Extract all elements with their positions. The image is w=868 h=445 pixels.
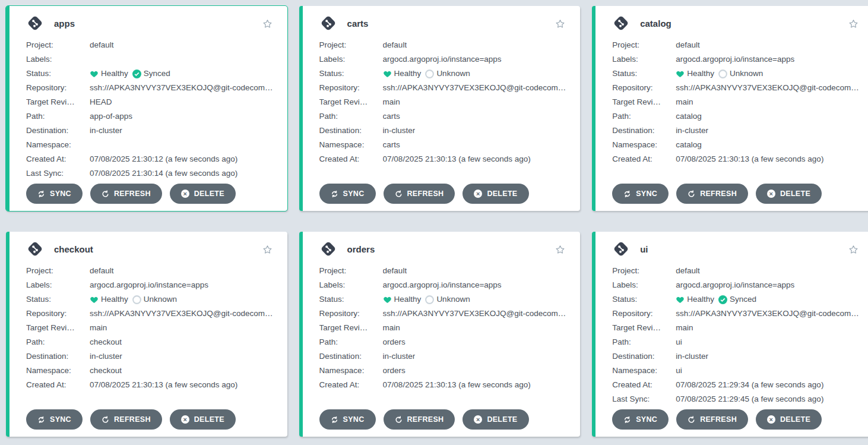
field-label: Project: <box>612 38 676 52</box>
field-value-created_at: 07/08/2025 21:30:12 (a few seconds ago) <box>90 152 237 166</box>
refresh-icon <box>102 416 109 424</box>
refresh-button[interactable]: REFRESH <box>384 409 455 430</box>
field-row-destination: Destination:in-cluster <box>319 124 566 138</box>
field-value-created_at: 07/08/2025 21:29:34 (a few seconds ago) <box>676 378 823 392</box>
favorite-star-icon[interactable] <box>555 17 566 30</box>
synced-check-icon <box>718 295 727 304</box>
field-label: Labels: <box>26 52 90 67</box>
refresh-button[interactable]: REFRESH <box>90 409 162 430</box>
field-value-project: default <box>90 264 114 278</box>
field-label: Namespace: <box>319 364 383 378</box>
field-label: Labels: <box>319 278 383 292</box>
field-value-path: carts <box>383 109 400 124</box>
field-label: Repository: <box>319 81 383 95</box>
field-label: Target Revi… <box>612 95 676 109</box>
delete-button-label: DELETE <box>487 415 517 424</box>
field-label: Last Sync: <box>612 392 676 406</box>
card-header: ui <box>612 239 859 259</box>
refresh-icon <box>688 190 695 198</box>
field-row-created_at: Created At:07/08/2025 21:29:34 (a few se… <box>612 378 859 392</box>
card-actions: SYNC REFRESH × DELETE <box>319 184 566 204</box>
card-header: apps <box>26 13 273 33</box>
sync-status-label: Synced <box>144 67 170 81</box>
field-row-project: Project:default <box>319 38 566 52</box>
field-value-path: checkout <box>90 335 122 349</box>
sync-status-label: Unknown <box>144 292 177 307</box>
field-value-status: HealthyUnknown <box>383 67 470 81</box>
field-label: Target Revi… <box>612 321 676 335</box>
field-label: Status: <box>319 292 383 307</box>
healthy-heart-icon <box>383 70 392 78</box>
delete-x-circle-icon: × <box>767 190 775 198</box>
refresh-button[interactable]: REFRESH <box>90 184 162 204</box>
field-row-status: Status:HealthyUnknown <box>612 67 859 81</box>
delete-button[interactable]: × DELETE <box>170 184 236 204</box>
field-value-created_at: 07/08/2025 21:30:13 (a few seconds ago) <box>676 152 823 166</box>
sync-button[interactable]: SYNC <box>319 184 376 204</box>
application-card[interactable]: apps Project:defaultLabels:Status:Health… <box>6 6 287 211</box>
card-fields: Project:defaultLabels:argocd.argoproj.io… <box>319 38 566 166</box>
application-card[interactable]: ui Project:defaultLabels:argocd.argoproj… <box>592 232 868 437</box>
field-label: Status: <box>26 67 90 81</box>
favorite-star-icon[interactable] <box>555 243 566 255</box>
sync-button[interactable]: SYNC <box>612 184 669 204</box>
delete-button[interactable]: × DELETE <box>462 184 528 204</box>
field-value-repository: ssh://APKA3NYVY37VEX3EKOJQ@git-codecom… <box>676 81 859 95</box>
field-row-path: Path:ui <box>612 335 859 349</box>
field-row-project: Project:default <box>26 38 273 52</box>
refresh-button-label: REFRESH <box>114 190 151 198</box>
application-card[interactable]: carts Project:defaultLabels:argocd.argop… <box>299 6 581 211</box>
unknown-circle-icon <box>718 70 727 78</box>
favorite-star-icon[interactable] <box>262 243 273 255</box>
field-value-created_at: 07/08/2025 21:30:13 (a few seconds ago) <box>383 152 531 166</box>
field-label: Target Revi… <box>26 321 90 335</box>
favorite-star-icon[interactable] <box>848 243 859 255</box>
field-label: Project: <box>26 38 90 52</box>
application-name: orders <box>347 244 375 254</box>
refresh-button[interactable]: REFRESH <box>676 184 748 204</box>
sync-icon <box>623 416 631 424</box>
field-row-target_revision: Target Revi…main <box>319 95 566 109</box>
field-label: Labels: <box>319 52 383 67</box>
delete-button-label: DELETE <box>487 190 517 198</box>
field-value-target_revision: main <box>676 95 693 109</box>
application-card[interactable]: orders Project:defaultLabels:argocd.argo… <box>299 232 581 437</box>
delete-x-circle-icon: × <box>181 415 189 424</box>
favorite-star-icon[interactable] <box>262 17 273 30</box>
delete-button[interactable]: × DELETE <box>756 184 822 204</box>
field-value-target_revision: main <box>676 321 693 335</box>
sync-button[interactable]: SYNC <box>26 184 83 204</box>
field-row-created_at: Created At:07/08/2025 21:30:13 (a few se… <box>26 378 273 392</box>
field-value-repository: ssh://APKA3NYVY37VEX3EKOJQ@git-codecom… <box>383 307 566 321</box>
sync-button[interactable]: SYNC <box>319 409 376 430</box>
sync-button[interactable]: SYNC <box>26 409 83 430</box>
refresh-button[interactable]: REFRESH <box>676 409 748 430</box>
field-value-status: HealthySynced <box>90 67 170 81</box>
field-value-project: default <box>90 38 114 52</box>
field-value-repository: ssh://APKA3NYVY37VEX3EKOJQ@git-codecom… <box>676 307 859 321</box>
card-fields: Project:defaultLabels:argocd.argoproj.io… <box>26 264 273 392</box>
field-value-project: default <box>383 264 407 278</box>
field-row-project: Project:default <box>612 38 859 52</box>
sync-button[interactable]: SYNC <box>612 409 669 430</box>
favorite-star-icon[interactable] <box>848 17 859 30</box>
field-label: Created At: <box>612 152 676 166</box>
delete-button[interactable]: × DELETE <box>170 409 236 430</box>
application-card[interactable]: checkout Project:defaultLabels:argocd.ar… <box>6 232 287 437</box>
field-label: Repository: <box>26 81 90 95</box>
field-row-target_revision: Target Revi…main <box>319 321 566 335</box>
application-git-icon <box>26 14 44 32</box>
field-label: Repository: <box>612 307 676 321</box>
field-row-labels: Labels:argocd.argoproj.io/instance=apps <box>612 52 859 67</box>
field-label: Namespace: <box>612 138 676 152</box>
field-label: Destination: <box>319 349 383 364</box>
field-label: Path: <box>26 109 90 124</box>
delete-button[interactable]: × DELETE <box>756 409 822 430</box>
delete-button[interactable]: × DELETE <box>462 409 528 430</box>
field-value-last_sync: 07/08/2025 21:30:14 (a few seconds ago) <box>90 166 237 181</box>
application-card[interactable]: catalog Project:defaultLabels:argocd.arg… <box>592 6 868 211</box>
healthy-heart-icon <box>676 295 685 304</box>
refresh-button-label: REFRESH <box>700 190 737 198</box>
sync-button-label: SYNC <box>50 415 71 424</box>
refresh-button[interactable]: REFRESH <box>384 184 455 204</box>
